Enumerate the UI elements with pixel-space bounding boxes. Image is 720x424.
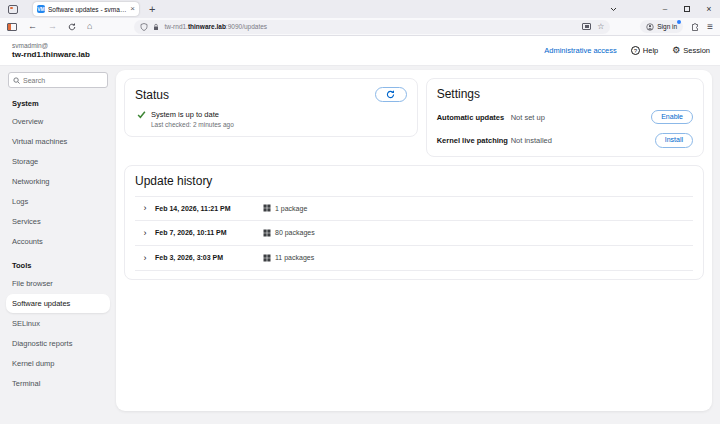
refresh-button[interactable]	[375, 87, 407, 102]
sidebar-item-software-updates[interactable]: Software updates	[6, 294, 110, 313]
tab-list-chevron-icon[interactable]	[610, 7, 632, 12]
administrative-access-link[interactable]: Administrative access	[544, 46, 617, 55]
update-history-card: Update history › Feb 14, 2026, 11:21 PM …	[124, 165, 704, 280]
lock-icon[interactable]	[152, 23, 160, 31]
session-label: Session	[683, 46, 710, 55]
sidebar-item-accounts[interactable]: Accounts	[6, 232, 110, 251]
package-icon	[263, 229, 271, 237]
search-icon	[13, 77, 20, 84]
history-package-count: 80 packages	[275, 229, 315, 236]
window-controls: – ×	[610, 0, 720, 18]
tab-title: Software updates - svmadmin@	[48, 6, 127, 13]
history-date: Feb 3, 2026, 3:03 PM	[155, 254, 263, 261]
refresh-icon	[386, 90, 395, 99]
sidebar: System Overview Virtual machines Storage…	[0, 66, 116, 424]
masthead-host: tw-rnd1.thinware.lab	[12, 50, 90, 59]
gear-icon: ⚙	[672, 46, 680, 55]
account-icon	[646, 23, 654, 31]
status-card: Status System is up to date Last checked…	[124, 78, 418, 137]
browser-titlebar: VM Software updates - svmadmin@ × + – ×	[0, 0, 720, 18]
sidebar-item-terminal[interactable]: Terminal	[6, 374, 110, 393]
browser-toolbar: ← → ⌂ tw-rnd1.thinware.lab:9090/updates …	[0, 18, 720, 36]
forward-icon[interactable]: →	[48, 22, 57, 31]
expand-chevron-icon[interactable]: ›	[135, 253, 155, 263]
sidebar-toggle-icon[interactable]	[7, 23, 17, 31]
sidebar-item-file-browser[interactable]: File browser	[6, 274, 110, 293]
url-text: tw-rnd1.thinware.lab:9090/updates	[164, 23, 582, 30]
firefox-view-icon[interactable]	[8, 5, 18, 14]
search-input[interactable]	[23, 77, 93, 84]
settings-row-automatic-updates: Automatic updates Not set up Enable	[437, 110, 693, 124]
history-package-count: 11 packages	[275, 254, 314, 261]
status-message: System is up to date	[151, 110, 234, 119]
extensions-icon[interactable]	[691, 22, 699, 31]
home-icon[interactable]: ⌂	[87, 22, 92, 31]
sidebar-item-selinux[interactable]: SELinux	[6, 314, 110, 333]
picture-in-picture-icon[interactable]	[582, 23, 591, 30]
package-icon	[263, 204, 271, 212]
help-label: Help	[643, 46, 658, 55]
setting-value: Not set up	[511, 113, 545, 122]
sign-in-button[interactable]: Sign in	[640, 20, 683, 33]
install-button[interactable]: Install	[655, 133, 693, 147]
check-icon	[137, 110, 146, 119]
cockpit-masthead: svmadmin@ tw-rnd1.thinware.lab Administr…	[0, 36, 720, 66]
status-last-checked: Last checked: 2 minutes ago	[151, 121, 234, 128]
history-row[interactable]: › Feb 3, 2026, 3:03 PM 11 packages	[135, 246, 693, 271]
sidebar-item-logs[interactable]: Logs	[6, 192, 110, 211]
session-menu[interactable]: ⚙ Session	[672, 46, 710, 55]
history-date: Feb 14, 2026, 11:21 PM	[155, 205, 263, 212]
reload-icon[interactable]	[68, 23, 76, 31]
package-icon	[263, 254, 271, 262]
sidebar-item-virtual-machines[interactable]: Virtual machines	[6, 132, 110, 151]
update-history-title: Update history	[135, 174, 693, 188]
help-menu[interactable]: ? Help	[631, 46, 658, 55]
status-card-title: Status	[135, 88, 169, 102]
bookmark-star-icon[interactable]: ☆	[597, 23, 604, 31]
browser-tab[interactable]: VM Software updates - svmadmin@ ×	[33, 2, 139, 16]
history-row[interactable]: › Feb 14, 2026, 11:21 PM 1 package	[135, 196, 693, 221]
tab-close-icon[interactable]: ×	[130, 5, 135, 13]
sidebar-section-tools: Tools	[0, 252, 116, 273]
url-bar[interactable]: tw-rnd1.thinware.lab:9090/updates ☆	[134, 20, 610, 34]
setting-label: Kernel live patching	[437, 136, 511, 145]
sidebar-item-services[interactable]: Services	[6, 212, 110, 231]
menu-icon[interactable]: ≡	[707, 22, 713, 32]
sign-in-label: Sign in	[657, 23, 677, 30]
sidebar-item-networking[interactable]: Networking	[6, 172, 110, 191]
host-switcher[interactable]: svmadmin@ tw-rnd1.thinware.lab	[0, 42, 90, 59]
setting-label: Automatic updates	[437, 113, 511, 122]
sidebar-item-overview[interactable]: Overview	[6, 112, 110, 131]
history-row[interactable]: › Feb 7, 2026, 10:11 PM 80 packages	[135, 221, 693, 246]
maximize-button[interactable]	[676, 0, 698, 18]
main-content: Status System is up to date Last checked…	[116, 66, 720, 424]
shield-icon[interactable]	[140, 23, 148, 31]
sidebar-item-storage[interactable]: Storage	[6, 152, 110, 171]
notification-dot	[677, 20, 681, 24]
sidebar-section-system: System	[0, 90, 116, 111]
enable-button[interactable]: Enable	[651, 110, 693, 124]
history-date: Feb 7, 2026, 10:11 PM	[155, 229, 263, 236]
settings-row-kernel-live-patching: Kernel live patching Not installed Insta…	[437, 133, 693, 147]
settings-card-title: Settings	[437, 87, 693, 101]
help-icon: ?	[631, 46, 640, 55]
history-package-count: 1 package	[275, 205, 307, 212]
expand-chevron-icon[interactable]: ›	[135, 228, 155, 238]
close-window-button[interactable]: ×	[698, 0, 720, 18]
new-tab-button[interactable]: +	[149, 4, 155, 15]
setting-value: Not installed	[511, 136, 552, 145]
back-icon[interactable]: ←	[28, 22, 37, 31]
expand-chevron-icon[interactable]: ›	[135, 203, 155, 213]
settings-card: Settings Automatic updates Not set up En…	[426, 78, 704, 157]
minimize-button[interactable]: –	[654, 0, 676, 18]
masthead-user: svmadmin@	[12, 42, 90, 49]
sidebar-item-diagnostic-reports[interactable]: Diagnostic reports	[6, 334, 110, 353]
tab-favicon-icon: VM	[37, 5, 45, 13]
sidebar-item-kernel-dump[interactable]: Kernel dump	[6, 354, 110, 373]
sidebar-search[interactable]	[8, 72, 108, 88]
